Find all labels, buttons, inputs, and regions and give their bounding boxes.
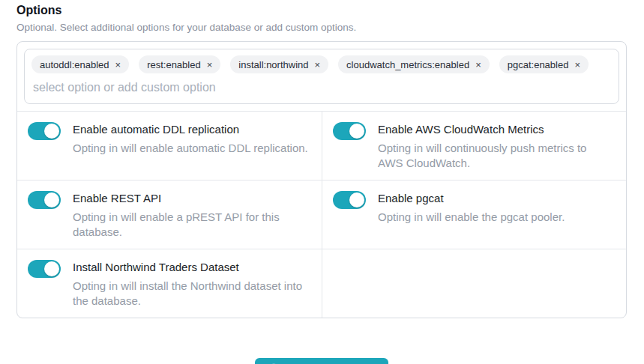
toggle-cloudwatch-metrics[interactable]	[333, 122, 366, 140]
remove-chip-icon[interactable]: ×	[315, 60, 321, 70]
chip-rest[interactable]: rest:enabled ×	[139, 55, 220, 73]
options-grid: Enable automatic DDL replication Opting …	[17, 111, 626, 318]
chip-label: pgcat:enabled	[508, 59, 569, 70]
option-cell-pgcat: Enable pgcat Opting in will enable the p…	[322, 180, 626, 249]
chip-cloudwatch-metrics[interactable]: cloudwatch_metrics:enabled ×	[338, 55, 490, 73]
options-container: autoddl:enabled × rest:enabled × install…	[16, 41, 627, 318]
option-cell-ddl: Enable automatic DDL replication Opting …	[17, 112, 322, 180]
chip-label: install:northwind	[238, 59, 308, 70]
option-title: Enable pgcat	[378, 191, 565, 205]
option-cell-rest: Enable REST API Opting in will enable a …	[17, 180, 322, 249]
remove-chip-icon[interactable]: ×	[115, 60, 121, 70]
toggle-knob	[44, 192, 59, 207]
option-title: Enable automatic DDL replication	[73, 122, 308, 136]
chip-label: cloudwatch_metrics:enabled	[346, 59, 469, 70]
option-cell-northwind: Install Northwind Traders Dataset Opting…	[17, 249, 322, 318]
page-subtitle: Optional. Select additional options for …	[16, 21, 627, 34]
option-title: Enable REST API	[73, 191, 310, 205]
remove-chip-icon[interactable]: ×	[475, 60, 481, 70]
toggle-ddl-replication[interactable]	[28, 122, 61, 140]
chip-label: autoddl:enabled	[40, 59, 109, 70]
toggle-knob	[44, 261, 59, 276]
option-title: Enable AWS CloudWatch Metrics	[378, 122, 614, 136]
option-description: Opting in will enable automatic DDL repl…	[73, 141, 308, 156]
chip-list: autoddl:enabled × rest:enabled × install…	[31, 55, 612, 73]
options-page: Options Optional. Select additional opti…	[0, 0, 644, 364]
page-title: Options	[16, 3, 627, 18]
chip-label: rest:enabled	[147, 59, 201, 70]
chip-install-northwind[interactable]: install:northwind ×	[230, 55, 328, 73]
toggle-knob	[44, 124, 59, 139]
remove-chip-icon[interactable]: ×	[207, 60, 213, 70]
option-description: Opting in will enable the pgcat pooler.	[378, 210, 565, 225]
toggle-northwind-dataset[interactable]	[28, 260, 61, 278]
option-title: Install Northwind Traders Dataset	[73, 260, 310, 274]
chip-pgcat[interactable]: pgcat:enabled ×	[499, 55, 589, 73]
option-description: Opting in will enable a pREST API for th…	[73, 210, 310, 240]
toggle-knob	[349, 192, 364, 207]
option-description: Opting in will install the Northwind dat…	[73, 279, 310, 309]
toggle-pgcat[interactable]	[333, 191, 366, 209]
option-cell-empty	[322, 249, 626, 318]
submit-row: Create Database	[16, 358, 627, 364]
option-tag-input[interactable]: autoddl:enabled × rest:enabled × install…	[24, 49, 619, 104]
create-database-button[interactable]: Create Database	[255, 358, 389, 364]
tag-input-wrap: autoddl:enabled × rest:enabled × install…	[17, 42, 626, 111]
option-cell-cloudwatch: Enable AWS CloudWatch Metrics Opting in …	[322, 112, 626, 180]
toggle-knob	[349, 124, 364, 139]
option-description: Opting in will continuously push metrics…	[378, 141, 614, 171]
remove-chip-icon[interactable]: ×	[574, 60, 580, 70]
tag-input-placeholder[interactable]: select option or add custom option	[31, 81, 612, 94]
chip-autoddl[interactable]: autoddl:enabled ×	[31, 55, 129, 73]
toggle-rest-api[interactable]	[28, 191, 61, 209]
